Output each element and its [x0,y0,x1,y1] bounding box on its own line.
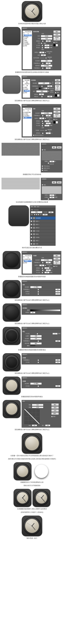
layer-row[interactable]: 图层1 [30,233,55,236]
tab-layers[interactable]: 图层 [31,206,33,208]
layer-row[interactable]: 图层 2 [30,223,55,226]
caption-9: 某某参数值大家可以自己调整(调整到自己满意为止) [1,299,63,302]
icon-brushed [8,206,29,226]
noise-preview [1,143,40,156]
new-style-button[interactable]: 新建样式... [53,36,61,40]
caption-13: 新建圆形图层添加内阴影和描边 [1,396,63,398]
caption-6: 给杂色图层动感模糊制作出我们想要的拉丝效果 [1,201,63,203]
icon-base-dark [3,27,21,45]
icon-bezel [3,327,21,345]
caption-16b: 我给出的方法可能较复杂 [1,484,63,487]
caption-14: 某某参数值大家可以自己调整(调整到自己满意为止) [1,428,63,431]
caption-7: 制作完成后首先修改叠加方式 [1,246,63,249]
icon-hands-2 [32,489,50,507]
cancel-button[interactable]: 取消 [53,34,61,36]
caption-5: 新建图层我们可以添加杂色 [1,173,63,176]
caption-17: 在新建图层贴就指针,添加上阴影它会更真实 [1,508,63,510]
layer-row[interactable]: 图层 3 [30,220,55,223]
caption-2: 新建图层添加渐变色填充点斜面以及投影作为底板 [1,71,63,74]
clock-icon-final [22,1,42,22]
ok-button[interactable]: 确定 [53,30,61,33]
caption-18: (原谅我把简介介绍的个人复杂化) [1,511,63,514]
brushed-preview [1,178,40,190]
icon-ticks-shadow [32,462,50,480]
icon-ring-3 [3,304,21,322]
icon-highlight [22,433,42,454]
caption-11: 新建图层继续绘制圆形图案添加阴影描边 [1,349,63,351]
layer-style-gradient-dialog: 图层样式 混合选项:默认 斜面和浮雕 描边 内阴影 渐变叠加 投影 渐变叠加 混… [22,76,61,99]
layer-style-gradient-dialog-2: 图层样式 渐变叠加 渐变: 角度(N):90 [22,304,61,315]
layer-row[interactable]: 背景 [30,242,55,246]
layer-row[interactable]: 拉丝效果 [30,216,55,220]
caption-19: 制作完成—收工 [1,537,63,540]
caption-12: 某某参数值大家可以自己调整(调整到自己满意为止) [1,372,63,374]
layer-style-drop-dialog-2: 图层样式 投影 混合模式:正片叠底 不透明度(O):30 距离(D):3 大小(… [22,280,61,296]
icon-hands-1 [14,489,32,507]
icon-face-cream-2 [3,400,21,418]
eye-icon[interactable] [31,217,32,219]
layer-style-stroke-dialog: 图层样式 描边 大小(S):1像素 位置(P):内部 混合模式:正常 不透明度(… [22,327,61,348]
tab-paths[interactable]: 路径 [37,206,39,208]
caption-10: 某某参数值大家可以自己调整(调整到自己满意为止) [1,322,63,325]
motion-blur-dialog: 动感模糊 确定 取消 预览 角度(A):0度 距离(D):38像素 [41,178,63,200]
layer-row[interactable]: 窗高光 [30,226,55,230]
clock-icon-complete [22,516,42,536]
icon-bezel-2 [3,353,21,371]
add-noise-dialog: 添加杂色 确定 取消 预览 数量(A):34% 分布方式 平均分布(U) 高斯分… [41,143,63,172]
caption-1: 空闲时间我把钟表UI制作经验分享给大家 [1,22,63,25]
caption-8: 新建图层绘制圆形图案添加内阴影和投影 [1,276,63,278]
icon-face-cream [3,376,21,395]
caption-16a: 新建图层好分个时间刻度制作出来 [1,481,63,484]
tab-channels[interactable]: 通道 [34,206,36,208]
preview-swatch [53,44,58,46]
layer-style-drop-dialog: 图层样式 混合选项:默认 斜面和浮雕 内阴影 渐变叠加 投影 投影 结构 混合模… [22,104,61,138]
curves-dialog: 曲线 预设:自定 通道:RGB 输出:128 输入:128 确定 取消 自动 选… [22,400,61,428]
curve-grid[interactable] [24,408,39,424]
bevel-style-select[interactable]: 内斜面 [41,35,52,37]
layer-style-bevel-dialog: 图层样式 混合选项:默认 斜面和浮雕 等高线 纹理 描边 内阴影 渐变叠加 投影… [22,27,61,70]
caption-3: 某某参数值大家可以自己调整(调整到自己满意为止) [1,100,63,102]
gradient-ramp[interactable] [39,88,48,89]
icon-base-gray-2 [3,104,21,122]
layer-style-inner-dialog: 图层样式 混合选项:默认 斜面和浮雕 内阴影 投影 内阴影 结构 混合模式:正片… [22,251,61,275]
icon-ring-1 [3,251,21,269]
caption-15a: 在新建一层作为高光层我们可采用笔刷刷出高光或者进行制作了 [1,454,63,457]
layers-list: 拉丝效果 图层 3 图层 2 窗高光 红色条 图层1 背景板 图层 1 背景 [30,216,55,246]
fx-list[interactable]: 混合选项:默认 斜面和浮雕 等高线 纹理 描边 内阴影 渐变叠加 投影 [23,30,32,69]
icon-base-gray [3,76,21,94]
icon-ticks [14,462,32,480]
icon-ring-2 [3,280,21,298]
layer-row[interactable]: 背景板 [30,236,55,239]
caption-15b: (制作高光方式很多,根据你的经验去选择,这里我采用的是钢笔方式制作) [1,458,63,460]
layer-row[interactable]: 图层 1 [30,239,55,242]
blend-mode-select[interactable]: 叠加 [31,211,42,213]
layers-panel: 图层 通道 路径 类型 叠加不透明度:30% 锁定: 填充:100% 拉丝效果 … [30,206,56,246]
layer-row[interactable]: 红色条 [30,230,55,233]
caption-4: 某某参数值大家可以自己调整(调整到自己满意为止) [1,138,63,141]
